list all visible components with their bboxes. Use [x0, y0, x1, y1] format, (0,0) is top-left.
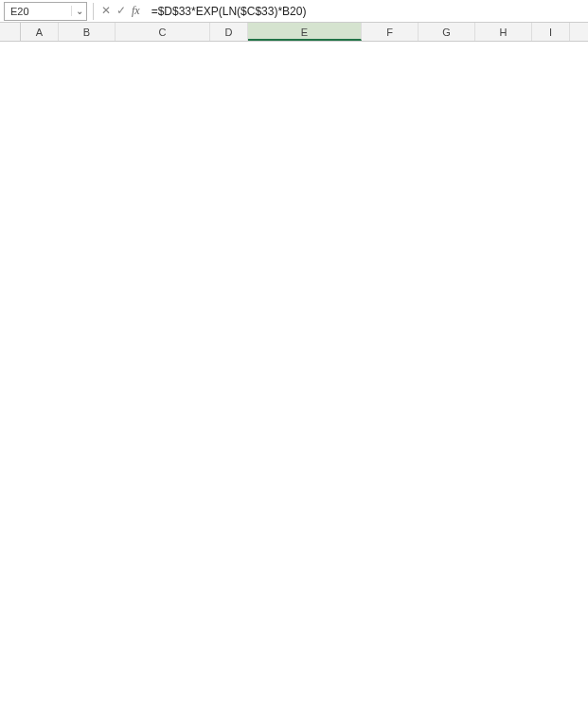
col-header-B[interactable]: B	[59, 23, 116, 41]
spreadsheet-grid: A B C D E F G H I 1234567891011121314151…	[0, 23, 588, 42]
cell-reference: E20	[5, 6, 71, 17]
col-header-D[interactable]: D	[210, 23, 248, 41]
column-headers: A B C D E F G H I	[0, 23, 588, 42]
chevron-down-icon[interactable]: ⌄	[71, 6, 86, 16]
name-box[interactable]: E20 ⌄	[4, 2, 87, 21]
select-all-corner[interactable]	[0, 23, 21, 41]
col-header-F[interactable]: F	[362, 23, 419, 41]
cancel-icon[interactable]: ✕	[101, 4, 111, 18]
formula-buttons: ✕ ✓ fx	[96, 4, 146, 18]
formula-input[interactable]: =$D$33*EXP(LN($C$33)*B20)	[146, 5, 588, 18]
divider	[93, 3, 94, 20]
col-header-G[interactable]: G	[419, 23, 475, 41]
accept-icon[interactable]: ✓	[116, 4, 126, 18]
col-header-C[interactable]: C	[116, 23, 210, 41]
formula-bar: E20 ⌄ ✕ ✓ fx =$D$33*EXP(LN($C$33)*B20)	[0, 0, 588, 23]
col-header-A[interactable]: A	[21, 23, 59, 41]
col-header-H[interactable]: H	[475, 23, 532, 41]
fx-icon[interactable]: fx	[132, 4, 140, 18]
col-header-E[interactable]: E	[248, 23, 362, 41]
col-header-I[interactable]: I	[532, 23, 570, 41]
